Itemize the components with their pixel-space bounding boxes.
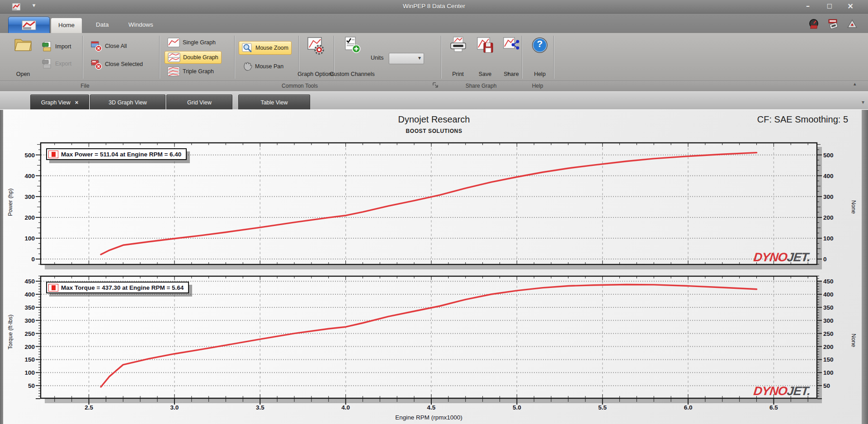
axis-tick-label: 450	[823, 278, 834, 285]
close-selected-icon	[90, 58, 102, 70]
group-label-file: File	[80, 83, 89, 89]
tab-grid-view[interactable]: Grid View	[166, 94, 232, 110]
warning-triangle-icon[interactable]	[846, 18, 858, 30]
dynojet-watermark: DYNOJET.	[753, 250, 811, 264]
power-right-axis-title: None	[850, 199, 857, 215]
printer-icon	[449, 37, 467, 54]
axis-tick-label: 100	[823, 235, 834, 242]
power-legend-text: Max Power = 511.04 at Engine RPM = 6.40	[61, 151, 181, 158]
torque-axis-title: Torque (ft-lbs)	[7, 331, 14, 349]
axis-tick-label: 3.0	[170, 404, 179, 411]
separator	[553, 36, 554, 79]
axis-tick-label: 400	[24, 172, 35, 179]
power-plot[interactable]: Max Power = 511.04 at Engine RPM = 6.40 …	[40, 142, 817, 265]
units-label: Units	[371, 55, 383, 61]
share-button[interactable]: Share	[499, 35, 524, 78]
separator	[82, 36, 83, 79]
tab-table-view[interactable]: Table View	[238, 94, 310, 110]
hand-icon	[241, 61, 252, 72]
application-menu-button[interactable]	[8, 17, 50, 33]
mouse-pan-button[interactable]: Mouse Pan	[239, 60, 286, 73]
ribbon-tab-data[interactable]: Data	[89, 18, 116, 33]
axis-tick-label: 450	[24, 278, 35, 285]
axis-tick-label: 200	[24, 214, 35, 221]
axis-tick-label: 150	[823, 356, 834, 363]
open-button[interactable]: Open	[10, 35, 36, 78]
share-dropdown-icon[interactable]: ▾	[507, 71, 509, 76]
axis-tick-label: 300	[823, 317, 834, 324]
title-bar: ▾ WinPEP 8 Data Center – □ ×	[0, 0, 868, 14]
torque-plot[interactable]: Max Torque = 437.30 at Engine RPM = 5.64…	[40, 276, 817, 399]
axis-tick-label: 250	[24, 330, 35, 337]
power-yaxis-labels: 0100200300400500	[14, 142, 35, 265]
axis-tick-label: 4.5	[427, 404, 436, 411]
ribbon-tab-windows[interactable]: Windows	[121, 18, 160, 33]
dialog-launcher-icon[interactable]	[432, 82, 439, 89]
axis-tick-label: 3.5	[256, 404, 264, 411]
graph-subtitle: BOOST SOLUTIONS	[0, 128, 868, 134]
units-dropdown[interactable]: ▾	[389, 53, 424, 64]
legend-swatch	[48, 284, 58, 292]
axis-tick-label: 200	[823, 214, 834, 221]
axis-tick-label: 50	[28, 382, 35, 389]
dyno-icon[interactable]	[827, 18, 839, 30]
separator	[441, 36, 442, 79]
xaxis-tick-labels: 2.53.03.54.04.55.05.56.06.5	[40, 404, 817, 413]
ribbon: Open Import Export Close All	[0, 33, 868, 91]
axis-tick-label: 400	[823, 172, 834, 179]
separator	[159, 36, 160, 79]
axis-tick-label: 500	[24, 151, 35, 158]
double-graph-button[interactable]: Double Graph	[165, 51, 222, 64]
mouse-zoom-button[interactable]: Mouse Zoom	[239, 41, 292, 55]
ribbon-collapse-icon[interactable]: ▴	[854, 81, 856, 87]
xaxis-title: Engine RPM (rpmx1000)	[40, 414, 817, 421]
tab-graph-view[interactable]: Graph View×	[30, 94, 89, 110]
axis-tick-label: 0	[823, 256, 827, 263]
close-all-button[interactable]: Close All	[88, 39, 130, 53]
help-icon: ?	[531, 37, 548, 54]
torque-right-axis-title: None	[850, 332, 857, 349]
graph-options-icon	[307, 37, 325, 55]
print-button[interactable]: Print	[445, 35, 471, 78]
minimize-button[interactable]: –	[799, 0, 816, 12]
legend-swatch	[48, 151, 58, 158]
share-icon	[503, 37, 520, 52]
graph-title: Dynojet Research	[0, 114, 868, 125]
torque-plot-canvas	[40, 276, 817, 399]
tab-close-icon[interactable]: ×	[75, 95, 79, 110]
power-plot-canvas	[40, 142, 817, 265]
axis-tick-label: 350	[24, 304, 35, 311]
axis-tick-label: 150	[24, 356, 35, 363]
graph-view-panel: Dynojet Research BOOST SOLUTIONS CF: SAE…	[0, 109, 868, 424]
axis-tick-label: 50	[823, 382, 830, 389]
tab-3d-graph-view[interactable]: 3D Graph View	[90, 94, 165, 110]
save-button[interactable]: Save	[473, 35, 497, 78]
close-selected-button[interactable]: Close Selected	[88, 57, 146, 71]
single-graph-button[interactable]: Single Graph	[165, 37, 218, 48]
axis-tick-label: 4.0	[341, 404, 350, 411]
triple-graph-button[interactable]: Triple Graph	[165, 66, 217, 77]
ribbon-tab-row: Home Data Windows	[0, 14, 868, 33]
panel-right-edge	[862, 110, 868, 424]
ribbon-tab-home[interactable]: Home	[51, 18, 82, 33]
graph-options-button[interactable]: Graph Options	[301, 35, 331, 78]
export-button[interactable]: Export	[39, 57, 74, 70]
power-axis-title: Power (hp)	[7, 198, 14, 216]
panel-left-edge	[0, 110, 3, 424]
axis-tick-label: 500	[823, 151, 834, 158]
folder-icon	[14, 37, 33, 52]
maximize-button[interactable]: □	[821, 0, 838, 12]
gauge-icon[interactable]	[808, 18, 820, 30]
close-button[interactable]: ×	[842, 0, 859, 12]
import-csv-icon	[42, 41, 52, 52]
close-all-icon	[90, 40, 102, 52]
help-button[interactable]: ? Help	[527, 35, 552, 78]
import-button[interactable]: Import	[39, 40, 74, 53]
custom-channels-button[interactable]: Custom Channels	[336, 35, 368, 78]
axis-tick-label: 300	[823, 193, 834, 200]
torque-right-axis-labels: 50100150200250300350400450	[823, 276, 844, 399]
tab-overflow-icon[interactable]: ▾	[862, 99, 864, 105]
torque-yaxis-labels: 50100150200250300350400450	[14, 276, 35, 399]
power-right-axis-labels: 0100200300400500	[823, 142, 844, 265]
view-tab-strip: Graph View× 3D Graph View Grid View Tabl…	[0, 91, 868, 109]
